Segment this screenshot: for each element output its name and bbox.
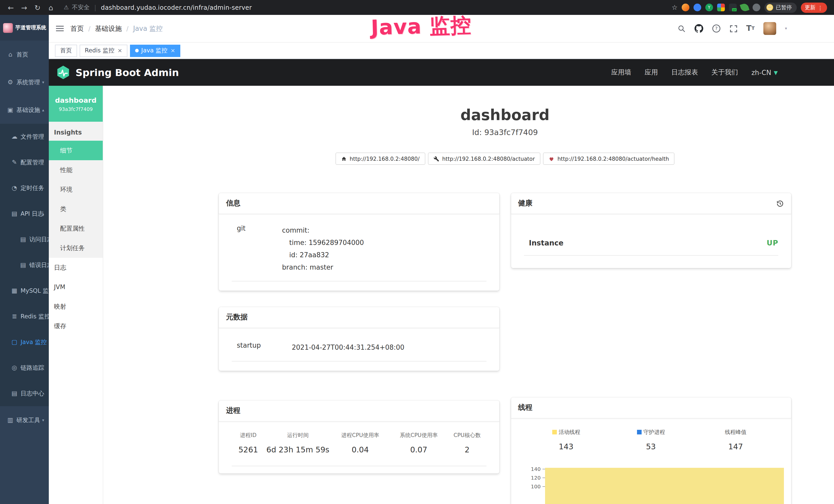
process-card-title: 进程 bbox=[226, 406, 240, 415]
app-logo[interactable]: 芋道管理系统 bbox=[0, 15, 49, 41]
security-label[interactable]: 不安全 bbox=[72, 4, 90, 11]
github-icon[interactable] bbox=[694, 24, 703, 33]
sba-main: dashboard Id: 93a3fc7f7409 http://192.16… bbox=[103, 86, 834, 504]
sidebar-item-scheduled-jobs[interactable]: ◔ 定时任务 bbox=[0, 175, 49, 201]
onoff-extension-icon[interactable]: on bbox=[729, 4, 737, 11]
update-button[interactable]: 更新 ⋮ bbox=[800, 2, 827, 13]
sidebar-item-dev-tools[interactable]: ▥ 研发工具 ▾ bbox=[0, 406, 49, 434]
tab-home[interactable]: 首页 bbox=[55, 44, 77, 57]
close-tab-icon[interactable]: × bbox=[171, 47, 175, 54]
service-url-link[interactable]: http://192.168.0.2:48080/ bbox=[335, 153, 425, 165]
sba-nav-applications[interactable]: 应用 bbox=[644, 68, 658, 77]
locale-selector[interactable]: zh-CN ▼ bbox=[751, 69, 778, 76]
tab-label: 首页 bbox=[60, 47, 72, 54]
legend-label: 活动线程 bbox=[524, 429, 609, 436]
sidebar-item-log-center[interactable]: ▤ 日志中心 bbox=[0, 381, 49, 406]
paw-extension-icon[interactable] bbox=[752, 4, 760, 11]
close-tab-icon[interactable]: × bbox=[117, 47, 122, 54]
sidebar-item-label: API 日志 bbox=[21, 210, 44, 217]
tabs-bar: 首页 Redis 监控 × Java 监控 × bbox=[49, 43, 834, 59]
sidebar-item-label: 错误日志 bbox=[29, 261, 49, 269]
user-avatar[interactable] bbox=[763, 22, 776, 35]
sidebar-item-trace[interactable]: ◎ 链路追踪 bbox=[0, 355, 49, 381]
url-text[interactable]: dashboard.yudao.iocoder.cn/infra/admin-s… bbox=[101, 4, 252, 11]
metadata-row-label: startup bbox=[237, 342, 292, 354]
sidebar-item-system-management[interactable]: ⚙ 系统管理 ▾ bbox=[0, 68, 49, 96]
legend-swatch-blue bbox=[637, 430, 641, 434]
sidebar-item-mysql-monitor[interactable]: ▦ MySQL 监控 bbox=[0, 278, 49, 303]
sba-side-item-caches[interactable]: 缓存 bbox=[49, 316, 103, 336]
threads-card-title: 线程 bbox=[518, 403, 532, 412]
leaf-extension-icon[interactable] bbox=[740, 3, 749, 12]
history-icon[interactable] bbox=[776, 200, 784, 207]
smiley-icon: ☺ bbox=[766, 4, 773, 11]
insights-section-label: Insights bbox=[49, 124, 103, 141]
health-url-link[interactable]: http://192.168.0.2:48080/actuator/health bbox=[543, 153, 675, 165]
threads-card: 线程 活动线程 143 bbox=[511, 397, 791, 504]
sba-side-item-details[interactable]: 细节 bbox=[49, 141, 103, 160]
metric-label: 进程ID bbox=[232, 432, 265, 439]
help-icon[interactable]: ? bbox=[712, 24, 721, 33]
sidebar-item-redis-monitor[interactable]: ≣ Redis 监控 bbox=[0, 303, 49, 329]
tab-redis-monitor[interactable]: Redis 监控 × bbox=[80, 44, 127, 57]
green-extension-icon[interactable]: Y bbox=[705, 4, 713, 11]
browser-actions: ☆ Y on ☺ 已暂停 更新 ⋮ bbox=[672, 2, 829, 13]
page-title: dashboard bbox=[219, 106, 791, 124]
sidebar-item-config-management[interactable]: ✎ 配置管理 bbox=[0, 150, 49, 175]
legend-live-threads[interactable]: 活动线程 143 bbox=[524, 429, 609, 451]
tab-java-monitor[interactable]: Java 监控 × bbox=[130, 44, 180, 57]
drop-extension-icon[interactable] bbox=[694, 4, 701, 11]
bookmark-star-icon[interactable]: ☆ bbox=[672, 4, 678, 11]
main-column: 首页 / 基础设施 / Java 监控 ? bbox=[49, 15, 834, 504]
sba-side-item-metrics[interactable]: 性能 bbox=[49, 160, 103, 180]
sba-nav-journal[interactable]: 日志报表 bbox=[671, 68, 698, 77]
scheduled-job-icon: ◔ bbox=[11, 184, 18, 191]
sidebar-item-label: 文件管理 bbox=[21, 133, 44, 140]
sidebar-item-access-logs[interactable]: ▤ 访问日志 bbox=[0, 226, 49, 252]
fox-extension-icon[interactable] bbox=[682, 4, 689, 11]
paused-badge[interactable]: ☺ 已暂停 bbox=[764, 2, 796, 13]
sba-side-item-classes[interactable]: 类 bbox=[49, 199, 103, 219]
sba-side-item-scheduled-tasks[interactable]: 计划任务 bbox=[49, 238, 103, 258]
process-metrics-row: 进程ID 5261 运行时间 6d 23h 15m 59s bbox=[232, 421, 486, 466]
breadcrumb-infrastructure[interactable]: 基础设施 bbox=[95, 24, 122, 33]
hamburger-icon[interactable] bbox=[56, 25, 64, 32]
sidebar-item-api-logs[interactable]: ▤ API 日志 ▴ bbox=[0, 201, 49, 226]
sba-nav-wallboard[interactable]: 应用墙 bbox=[611, 68, 631, 77]
sba-nav-about[interactable]: 关于我们 bbox=[711, 68, 738, 77]
config-manage-icon: ✎ bbox=[11, 159, 18, 166]
sba-side-item-environment[interactable]: 环境 bbox=[49, 180, 103, 199]
reload-icon[interactable]: ↻ bbox=[32, 3, 43, 12]
search-icon[interactable] bbox=[677, 24, 685, 32]
font-size-icon[interactable]: TT bbox=[746, 25, 755, 32]
metric-cpu-cores: CPU核心数 2 bbox=[448, 432, 486, 455]
sidebar-item-file-management[interactable]: ☁ 文件管理 bbox=[0, 124, 49, 150]
sba-side-item-logs[interactable]: 日志 bbox=[49, 258, 103, 277]
legend-daemon-threads[interactable]: 守护进程 53 bbox=[609, 429, 693, 451]
sba-brand[interactable]: Spring Boot Admin bbox=[56, 65, 179, 79]
sidebar-item-infrastructure[interactable]: ▣ 基础设施 ▴ bbox=[0, 96, 49, 124]
sidebar-item-java-monitor[interactable]: ▢ Java 监控 bbox=[0, 329, 49, 355]
legend-label: 守护进程 bbox=[609, 429, 693, 436]
apps-grid-extension-icon[interactable] bbox=[717, 4, 725, 11]
home-icon[interactable]: ⌂ bbox=[45, 3, 57, 12]
git-branch-line: branch: master bbox=[282, 261, 364, 274]
sba-instance-header[interactable]: dashboard 93a3fc7f7409 bbox=[49, 86, 103, 122]
tab-label: Java 监控 bbox=[141, 47, 168, 54]
sba-side-item-mappings[interactable]: 映射 bbox=[49, 297, 103, 316]
breadcrumb-home[interactable]: 首页 bbox=[70, 24, 84, 33]
address-bar[interactable]: ⚠ 不安全 | dashboard.yudao.iocoder.cn/infra… bbox=[59, 4, 670, 11]
sidebar-item-error-logs[interactable]: ▤ 错误日志 bbox=[0, 252, 49, 278]
fullscreen-icon[interactable] bbox=[729, 24, 738, 32]
sba-side-item-config-props[interactable]: 配置属性 bbox=[49, 219, 103, 238]
metric-value: 6d 23h 15m 59s bbox=[265, 445, 331, 455]
java-monitor-icon: ▢ bbox=[11, 338, 18, 346]
back-icon[interactable]: ← bbox=[5, 3, 17, 12]
sidebar-item-home[interactable]: ⌂ 首页 bbox=[0, 41, 49, 68]
sba-side-item-jvm[interactable]: JVM bbox=[49, 277, 103, 297]
sidebar-item-label: MySQL 监控 bbox=[21, 287, 49, 295]
log-center-icon: ▤ bbox=[11, 390, 18, 397]
forward-icon[interactable]: → bbox=[19, 3, 30, 12]
actuator-url-link[interactable]: http://192.168.0.2:48080/actuator bbox=[428, 153, 541, 165]
avatar-caret-icon[interactable]: ▾ bbox=[785, 26, 787, 31]
